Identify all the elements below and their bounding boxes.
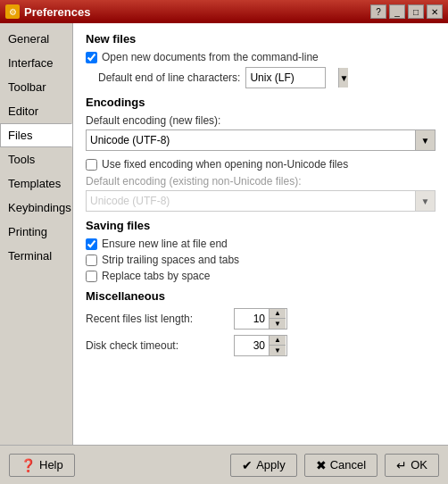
action-buttons: ✔ Apply ✖ Cancel ↵ OK <box>230 454 439 477</box>
default-eol-dropdown[interactable]: Unix (LF) Windows (CR/LF) Mac (CR) ▼ <box>245 67 326 88</box>
sidebar-item-printing[interactable]: Printing <box>0 220 72 244</box>
app-icon: ⚙ <box>5 4 20 19</box>
sidebar-item-editor[interactable]: Editor <box>0 99 72 123</box>
recent-files-spin-up[interactable]: ▲ <box>270 309 286 319</box>
strip-trailing-checkbox[interactable] <box>86 255 97 266</box>
default-encoding-dropdown[interactable]: Unicode (UTF-8) ISO-8859-1 UTF-16 ▼ <box>86 129 436 151</box>
sidebar-item-toolbar[interactable]: Toolbar <box>0 75 72 99</box>
help-label: Help <box>39 458 63 471</box>
disk-check-spinbox-btns: ▲ ▼ <box>269 336 286 355</box>
help-icon: ❓ <box>21 458 36 472</box>
maximize-button[interactable]: □ <box>408 4 424 19</box>
disk-check-label: Disk check timeout: <box>86 339 228 352</box>
open-new-docs-checkbox[interactable] <box>86 52 97 63</box>
help-button[interactable]: ❓ Help <box>9 454 75 477</box>
ensure-newline-label: Ensure new line at file end <box>102 238 228 250</box>
sidebar-item-terminal[interactable]: Terminal <box>0 244 72 268</box>
cancel-button[interactable]: ✖ Cancel <box>304 454 377 477</box>
disk-check-spin-down[interactable]: ▼ <box>270 346 286 355</box>
minimize-button[interactable]: _ <box>389 4 405 19</box>
sidebar-item-keybindings[interactable]: Keybindings <box>0 196 72 220</box>
recent-files-spin-down[interactable]: ▼ <box>270 319 286 329</box>
fixed-encoding-checkbox[interactable] <box>86 159 97 171</box>
existing-encoding-label: Default encoding (existing non-Unicode f… <box>86 175 436 188</box>
ok-button[interactable]: ↵ OK <box>385 454 439 477</box>
saving-files-section-title: Saving files <box>86 219 436 232</box>
help-window-button[interactable]: ? <box>370 4 386 19</box>
ensure-newline-row: Ensure new line at file end <box>86 238 436 250</box>
replace-tabs-row: Replace tabs by space <box>86 270 436 282</box>
sidebar-item-templates[interactable]: Templates <box>0 171 72 196</box>
ok-icon: ↵ <box>396 458 407 472</box>
recent-files-spinbox-btns: ▲ ▼ <box>269 309 286 329</box>
replace-tabs-label: Replace tabs by space <box>102 270 210 282</box>
bottom-bar: ❓ Help ✔ Apply ✖ Cancel ↵ OK <box>0 445 448 484</box>
sidebar: General Interface Toolbar Editor Files T… <box>0 23 73 445</box>
title-bar: ⚙ Preferences ? _ □ ✕ <box>0 0 448 23</box>
strip-trailing-row: Strip trailing spaces and tabs <box>86 254 436 266</box>
default-eol-select[interactable]: Unix (LF) Windows (CR/LF) Mac (CR) <box>246 70 338 86</box>
sidebar-item-tools[interactable]: Tools <box>0 147 72 171</box>
fixed-encoding-label: Use fixed encoding when opening non-Unic… <box>102 158 348 171</box>
sidebar-item-interface[interactable]: Interface <box>0 51 72 75</box>
default-eol-label: Default end of line characters: <box>98 71 240 84</box>
apply-button[interactable]: ✔ Apply <box>230 454 297 477</box>
cancel-icon: ✖ <box>316 458 327 472</box>
default-eol-row: Default end of line characters: Unix (LF… <box>98 67 436 88</box>
disk-check-input[interactable] <box>235 338 269 354</box>
apply-icon: ✔ <box>242 458 253 472</box>
ok-label: OK <box>411 458 427 471</box>
open-new-docs-row: Open new documents from the command-line <box>86 51 436 63</box>
open-new-docs-label: Open new documents from the command-line <box>102 51 319 63</box>
sidebar-item-files[interactable]: Files <box>0 123 72 147</box>
new-files-section-title: New files <box>86 32 436 46</box>
disk-check-spin-up[interactable]: ▲ <box>270 336 286 346</box>
recent-files-input[interactable] <box>235 311 269 327</box>
default-encoding-select[interactable]: Unicode (UTF-8) ISO-8859-1 UTF-16 <box>87 132 415 148</box>
sidebar-item-general[interactable]: General <box>0 27 72 51</box>
cancel-label: Cancel <box>330 458 366 471</box>
strip-trailing-label: Strip trailing spaces and tabs <box>102 254 239 266</box>
recent-files-label: Recent files list length: <box>86 313 228 325</box>
close-button[interactable]: ✕ <box>427 4 443 19</box>
existing-encoding-arrow: ▼ <box>415 191 435 211</box>
window-controls: ? _ □ ✕ <box>370 4 443 19</box>
default-eol-arrow[interactable]: ▼ <box>338 68 348 88</box>
default-encoding-label: Default encoding (new files): <box>86 114 436 127</box>
window-title: Preferences <box>24 5 90 19</box>
replace-tabs-checkbox[interactable] <box>86 271 97 282</box>
encodings-section-title: Encodings <box>86 96 436 109</box>
main-content: New files Open new documents from the co… <box>73 23 448 445</box>
ensure-newline-checkbox[interactable] <box>86 238 97 250</box>
existing-encoding-select[interactable]: Unicode (UTF-8) <box>87 193 415 209</box>
apply-label: Apply <box>256 458 286 471</box>
default-encoding-arrow[interactable]: ▼ <box>415 130 435 150</box>
existing-encoding-dropdown[interactable]: Unicode (UTF-8) ▼ <box>86 190 436 212</box>
fixed-encoding-row: Use fixed encoding when opening non-Unic… <box>86 158 436 171</box>
disk-check-row: Disk check timeout: ▲ ▼ <box>86 335 436 356</box>
disk-check-spinbox[interactable]: ▲ ▼ <box>234 335 287 356</box>
recent-files-spinbox[interactable]: ▲ ▼ <box>234 308 287 330</box>
miscellaneous-section-title: Miscellaneous <box>86 289 436 303</box>
recent-files-row: Recent files list length: ▲ ▼ <box>86 308 436 330</box>
